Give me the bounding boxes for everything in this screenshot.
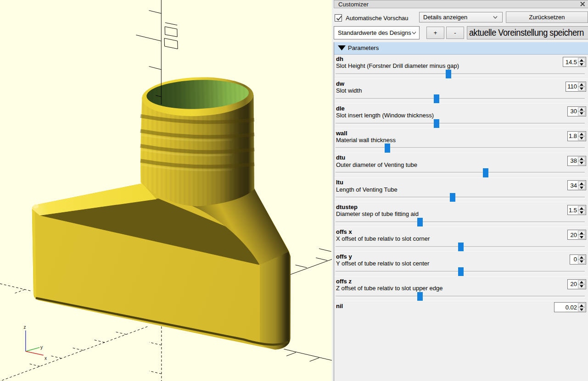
svg-text:y: y: [40, 345, 43, 350]
svg-text:x: x: [45, 356, 47, 361]
svg-text:z: z: [24, 325, 26, 330]
